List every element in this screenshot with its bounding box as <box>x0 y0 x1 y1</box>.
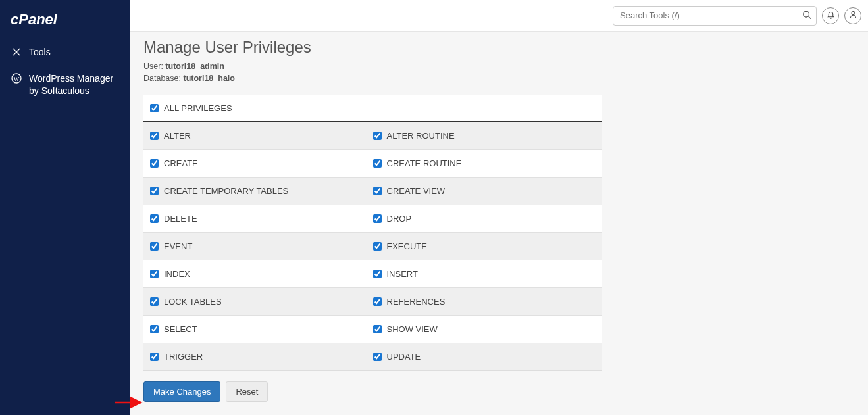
privilege-row: ALTERALTER ROUTINE <box>143 122 602 150</box>
user-menu-button[interactable] <box>844 7 861 24</box>
cpanel-logo[interactable]: cPanel <box>0 12 130 39</box>
privilege-cell: ALTER <box>150 131 373 141</box>
wordpress-icon: W <box>11 73 22 84</box>
db-prefix: Database: <box>143 74 183 83</box>
search-icon[interactable] <box>802 10 811 21</box>
privilege-label: CREATE ROUTINE <box>387 159 462 168</box>
privilege-cell: DROP <box>373 214 596 224</box>
privilege-cell: EXECUTE <box>373 241 596 251</box>
privilege-label: CREATE TEMPORARY TABLES <box>164 186 288 196</box>
privilege-label: DROP <box>387 214 412 224</box>
privilege-label: TRIGGER <box>164 352 203 362</box>
privilege-label: LOCK TABLES <box>164 297 222 306</box>
privilege-checkbox[interactable] <box>150 187 159 195</box>
make-changes-button[interactable]: Make Changes <box>143 381 220 402</box>
privilege-label: EVENT <box>164 241 192 251</box>
privilege-checkbox[interactable] <box>150 297 159 306</box>
database-line: Database: tutori18_halo <box>143 74 855 83</box>
svg-point-5 <box>852 11 855 14</box>
sidebar-item-wordpress-manager[interactable]: W WordPress Manager by Softaculous <box>0 66 130 105</box>
notifications-button[interactable] <box>822 7 839 24</box>
privilege-cell: UPDATE <box>373 352 596 362</box>
privilege-cell: CREATE TEMPORARY TABLES <box>150 186 373 196</box>
privilege-checkbox[interactable] <box>373 270 382 278</box>
privilege-row: TRIGGERUPDATE <box>143 343 602 370</box>
privilege-label: REFERENCES <box>387 297 446 306</box>
privilege-label: INDEX <box>164 269 190 279</box>
privilege-cell: CREATE <box>150 159 373 168</box>
button-row: Make Changes Reset <box>143 381 855 402</box>
page-title: Manage User Privileges <box>143 38 855 57</box>
privilege-cell: CREATE ROUTINE <box>373 159 596 168</box>
privilege-row: CREATECREATE ROUTINE <box>143 150 602 178</box>
privilege-checkbox[interactable] <box>373 353 382 361</box>
privilege-checkbox[interactable] <box>150 353 159 361</box>
privilege-row: DELETEDROP <box>143 205 602 233</box>
privilege-row: LOCK TABLESREFERENCES <box>143 288 602 316</box>
privilege-row: SELECTSHOW VIEW <box>143 316 602 343</box>
privilege-row: EVENTEXECUTE <box>143 233 602 260</box>
privilege-label: CREATE VIEW <box>387 186 446 196</box>
privilege-row: CREATE TEMPORARY TABLESCREATE VIEW <box>143 178 602 205</box>
all-privileges-checkbox[interactable] <box>150 104 159 112</box>
sidebar: cPanel Tools W WordPress Manager by Soft… <box>0 0 130 415</box>
privilege-checkbox[interactable] <box>150 325 159 333</box>
privileges-table: ALL PRIVILEGES ALTERALTER ROUTINECREATEC… <box>143 95 602 371</box>
privilege-label: EXECUTE <box>387 241 427 251</box>
privilege-cell: SHOW VIEW <box>373 324 596 334</box>
svg-text:W: W <box>14 75 20 82</box>
privilege-cell: SELECT <box>150 324 373 334</box>
privilege-checkbox[interactable] <box>150 270 159 278</box>
privilege-label: DELETE <box>164 214 197 224</box>
reset-button[interactable]: Reset <box>226 381 268 402</box>
privilege-checkbox[interactable] <box>373 242 382 251</box>
privilege-row: INDEXINSERT <box>143 260 602 288</box>
privileges-header: ALL PRIVILEGES <box>143 95 602 122</box>
privilege-cell: REFERENCES <box>373 297 596 306</box>
privilege-cell: INDEX <box>150 269 373 279</box>
privilege-label: SELECT <box>164 324 197 334</box>
privilege-cell: DELETE <box>150 214 373 224</box>
privilege-label: CREATE <box>164 159 198 168</box>
privilege-checkbox[interactable] <box>150 159 159 168</box>
sidebar-item-tools[interactable]: Tools <box>0 39 130 66</box>
privilege-checkbox[interactable] <box>150 214 159 223</box>
privilege-label: SHOW VIEW <box>387 324 438 334</box>
privilege-cell: TRIGGER <box>150 352 373 362</box>
sidebar-item-label: WordPress Manager by Softaculous <box>29 72 120 98</box>
privilege-cell: CREATE VIEW <box>373 186 596 196</box>
tools-icon <box>11 47 22 57</box>
privilege-checkbox[interactable] <box>373 187 382 195</box>
privilege-checkbox[interactable] <box>373 159 382 168</box>
svg-line-4 <box>809 16 811 19</box>
sidebar-item-label: Tools <box>29 46 120 59</box>
privilege-cell: LOCK TABLES <box>150 297 373 306</box>
svg-point-3 <box>804 11 809 17</box>
privilege-checkbox[interactable] <box>150 242 159 251</box>
privilege-checkbox[interactable] <box>373 214 382 223</box>
search-input[interactable] <box>613 6 817 26</box>
user-icon <box>849 11 857 21</box>
privilege-label: ALTER <box>164 131 191 141</box>
svg-text:cPanel: cPanel <box>11 12 58 28</box>
db-value: tutori18_halo <box>183 74 235 83</box>
privilege-cell: INSERT <box>373 269 596 279</box>
privilege-label: ALTER ROUTINE <box>387 131 455 141</box>
privilege-cell: ALTER ROUTINE <box>373 131 596 141</box>
privilege-checkbox[interactable] <box>373 297 382 306</box>
privilege-checkbox[interactable] <box>373 325 382 333</box>
privilege-label: INSERT <box>387 269 418 279</box>
topbar <box>130 0 868 32</box>
bell-icon <box>827 11 835 21</box>
main-content: Manage User Privileges User: tutori18_ad… <box>130 32 868 415</box>
user-value: tutori18_admin <box>165 62 224 71</box>
all-privileges-label: ALL PRIVILEGES <box>164 103 232 113</box>
privilege-checkbox[interactable] <box>373 132 382 140</box>
user-line: User: tutori18_admin <box>143 62 855 71</box>
privilege-checkbox[interactable] <box>150 132 159 140</box>
privilege-label: UPDATE <box>387 352 421 362</box>
privilege-cell: EVENT <box>150 241 373 251</box>
search-wrap <box>613 6 817 26</box>
user-prefix: User: <box>143 62 165 71</box>
